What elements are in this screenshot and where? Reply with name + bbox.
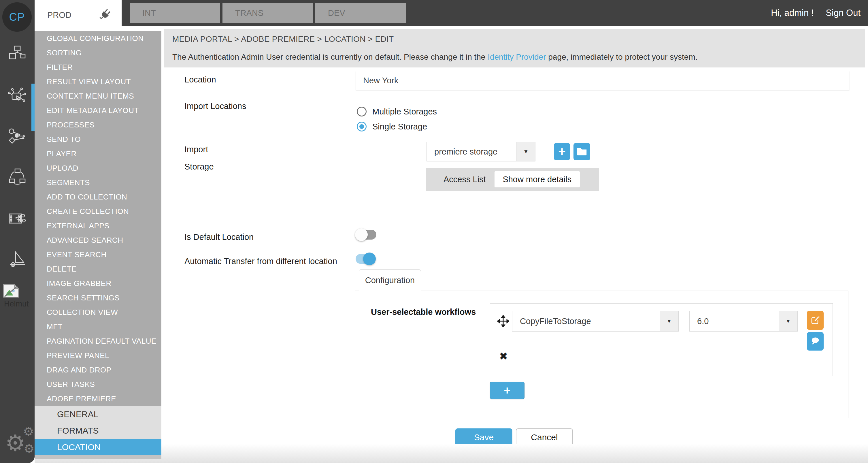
sidebar-item-add-to-collection[interactable]: ADD TO COLLECTION xyxy=(35,190,161,204)
adobe-premiere-submenu: GENERAL FORMATS LOCATION xyxy=(35,406,161,459)
radio-multiple-storages-circle[interactable] xyxy=(357,107,367,117)
submenu-tail xyxy=(35,455,161,459)
sidebar-item-adobe-premiere[interactable]: ADOBE PREMIERE xyxy=(35,392,161,406)
radio-single-storage-circle[interactable] xyxy=(357,122,367,131)
workflow-version-value: 6.0 xyxy=(690,311,779,331)
breadcrumb-band: MEDIA PORTAL > ADOBE PREMIERE > LOCATION… xyxy=(164,29,865,67)
drag-move-handle[interactable] xyxy=(497,315,509,328)
tab-configuration[interactable]: Configuration xyxy=(359,269,421,291)
radio-single-storage[interactable]: Single Storage xyxy=(357,122,427,131)
sync-cycle-icon[interactable] xyxy=(8,167,27,187)
icon-rail: Helmut ⚙ ⚙ ⚙ xyxy=(0,26,35,463)
sidebar-item-segments[interactable]: SEGMENTS xyxy=(35,175,161,190)
submenu-item-formats[interactable]: FORMATS xyxy=(35,422,161,439)
chevron-down-icon[interactable]: ▼ xyxy=(517,142,535,161)
edit-workflow-button[interactable] xyxy=(807,311,824,330)
configuration-touch-icon[interactable] xyxy=(8,87,27,106)
sidebar-item-event-search[interactable]: EVENT SEARCH xyxy=(35,247,161,262)
workflow-version-select[interactable]: 6.0 ▼ xyxy=(689,311,798,332)
sidebar-item-image-grabber[interactable]: IMAGE GRABBER xyxy=(35,276,161,290)
identity-provider-link[interactable]: Identity Provider xyxy=(488,53,546,61)
sidebar-item-mft[interactable]: MFT xyxy=(35,319,161,334)
sidebar-item-global-configuration[interactable]: GLOBAL CONFIGURATION xyxy=(35,31,161,45)
sign-out-link[interactable]: Sign Out xyxy=(826,8,861,18)
radio-multiple-storages-label: Multiple Storages xyxy=(372,107,437,117)
location-label: Location xyxy=(184,75,216,85)
user-selectable-workflows-label: User-selectable workflows xyxy=(371,307,476,317)
show-more-details-button[interactable]: Show more details xyxy=(495,171,580,187)
sidebar-item-sorting[interactable]: SORTING xyxy=(35,45,161,60)
sidebar-item-create-collection[interactable]: CREATE COLLECTION xyxy=(35,204,161,219)
warning-text-pre: The Authentication Admin User credential… xyxy=(172,53,488,61)
add-storage-button[interactable]: + xyxy=(554,143,570,160)
chat-bubble-icon xyxy=(810,336,821,347)
assets-cubes-icon[interactable] xyxy=(8,45,27,65)
avatar[interactable]: CP xyxy=(2,2,32,32)
auto-transfer-label: Automatic Transfer from different locati… xyxy=(184,256,337,266)
plug-icon xyxy=(99,8,112,23)
tab-trans[interactable]: TRANS xyxy=(222,3,313,23)
sidebar-item-external-apps[interactable]: EXTERNAL APPS xyxy=(35,219,161,233)
sidebar-item-advanced-search[interactable]: ADVANCED SEARCH xyxy=(35,233,161,247)
chevron-down-icon[interactable]: ▼ xyxy=(660,311,678,331)
greeting-text: Hi, admin ! xyxy=(771,8,813,18)
warning-message: The Authentication Admin User credential… xyxy=(172,53,698,62)
sidebar-item-collection-view[interactable]: COLLECTION VIEW xyxy=(35,305,161,319)
submenu-item-general[interactable]: GENERAL xyxy=(35,406,161,422)
video-editing-icon[interactable] xyxy=(8,209,27,229)
sidebar-item-filter[interactable]: FILTER xyxy=(35,60,161,74)
sidebar-item-send-to[interactable]: SEND TO xyxy=(35,132,161,147)
comment-workflow-button[interactable] xyxy=(807,332,824,350)
tab-prod[interactable]: PROD xyxy=(35,0,122,30)
sidebar-item-search-settings[interactable]: SEARCH SETTINGS xyxy=(35,290,161,305)
import-storage-select[interactable]: premiere storage ▼ xyxy=(427,142,535,161)
browse-storage-button[interactable] xyxy=(574,143,590,160)
helmut-alt-text: Helmut xyxy=(4,300,33,308)
import-locations-label: Import Locations xyxy=(184,101,246,111)
topbar: PROD INT TRANS DEV Hi, admin ! xyxy=(0,0,868,26)
location-input[interactable] xyxy=(356,71,849,90)
import-storage-value: premiere storage xyxy=(427,142,517,161)
tools-ruler-icon[interactable] xyxy=(8,250,27,269)
is-default-location-label: Is Default Location xyxy=(184,233,254,242)
radio-multiple-storages[interactable]: Multiple Storages xyxy=(357,107,437,117)
sidebar-item-player[interactable]: PLAYER xyxy=(35,147,161,161)
sidebar-item-user-tasks[interactable]: USER TASKS xyxy=(35,377,161,392)
sidebar-item-processes[interactable]: PROCESSES xyxy=(35,118,161,132)
submenu-item-location[interactable]: LOCATION xyxy=(35,439,161,455)
sidebar-menu: GLOBAL CONFIGURATION SORTING FILTER RESU… xyxy=(35,31,161,406)
rail-active-indicator xyxy=(31,84,35,131)
tab-trans-label: TRANS xyxy=(235,8,264,18)
cancel-button[interactable]: Cancel xyxy=(516,428,573,446)
workflow-icon[interactable] xyxy=(8,127,27,147)
sidebar-item-context-menu-items[interactable]: CONTEXT MENU ITEMS xyxy=(35,89,161,103)
access-list-label: Access List xyxy=(443,175,486,184)
auto-transfer-toggle[interactable] xyxy=(355,252,377,265)
remove-workflow-icon[interactable]: ✖ xyxy=(499,351,508,362)
avatar-initials: CP xyxy=(9,11,25,23)
workflow-select[interactable]: CopyFileToStorage ▼ xyxy=(512,311,679,332)
radio-single-storage-label: Single Storage xyxy=(372,122,427,131)
chevron-down-icon[interactable]: ▼ xyxy=(779,311,797,331)
edit-pencil-icon xyxy=(810,314,820,326)
helmut-admin-page: PROD INT TRANS DEV Hi, admin ! xyxy=(0,0,868,463)
breadcrumb: MEDIA PORTAL > ADOBE PREMIERE > LOCATION… xyxy=(172,35,394,44)
tab-dev-label: DEV xyxy=(328,8,345,18)
sidebar-item-preview-panel[interactable]: PREVIEW PANEL xyxy=(35,348,161,363)
is-default-location-toggle[interactable] xyxy=(355,228,377,241)
tab-int[interactable]: INT xyxy=(130,3,220,23)
sidebar-item-upload[interactable]: UPLOAD xyxy=(35,161,161,175)
sidebar-item-pagination-default-value[interactable]: PAGINATION DEFAULT VALUE xyxy=(35,334,161,348)
save-button[interactable]: Save xyxy=(455,428,513,446)
settings-gears-icon[interactable]: ⚙ ⚙ ⚙ xyxy=(5,424,34,456)
access-list-panel: Access List Show more details xyxy=(426,168,599,191)
tab-dev[interactable]: DEV xyxy=(315,3,406,23)
add-workflow-button[interactable]: + xyxy=(490,382,525,399)
workflow-select-value: CopyFileToStorage xyxy=(513,311,660,331)
sidebar-item-result-view-layout[interactable]: RESULT VIEW LAYOUT xyxy=(35,74,161,89)
sidebar-item-delete[interactable]: DELETE xyxy=(35,262,161,276)
sidebar-item-edit-metadata-layout[interactable]: EDIT METADATA LAYOUT xyxy=(35,103,161,118)
warning-text-post: page, immediately to protect your system… xyxy=(546,53,698,61)
sidebar-item-drag-and-drop[interactable]: DRAG AND DROP xyxy=(35,363,161,377)
folder-icon xyxy=(576,146,587,157)
